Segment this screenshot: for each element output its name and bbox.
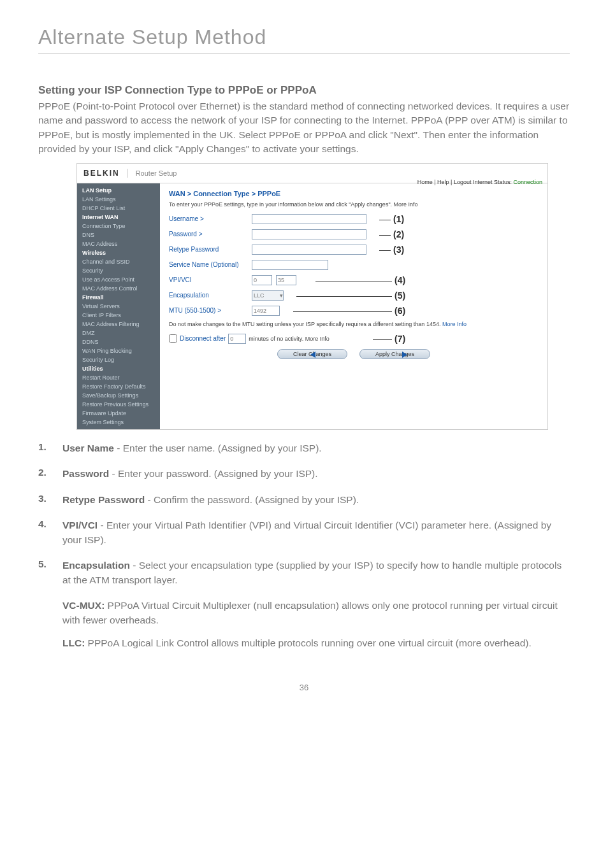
chevron-down-icon: ▾ [280,292,283,299]
mtu-input[interactable]: 1492 [252,306,280,316]
password-label: Password > [169,231,252,238]
more-info-link[interactable]: More Info [442,321,467,327]
sidebar-item[interactable]: Virtual Servers [77,302,160,311]
sidebar-cat-utilities: Utilities [77,364,160,373]
disconnect-label: Disconnect after [180,335,226,342]
title-underline [38,53,570,53]
list-number: 4. [38,518,62,547]
llc-text: PPPoA Logical Link Control allows multip… [85,637,531,648]
list-term: Retype Password [62,494,145,505]
mtu-label: MTU (550-1500) > [169,307,252,314]
vpi-input[interactable]: 0 [252,275,272,285]
sidebar-item[interactable]: Firmware Update [77,409,160,418]
list-number: 3. [38,493,62,507]
llc-term: LLC: [62,637,85,648]
list-text: - Select your encapsulation type (suppli… [62,560,561,585]
sidebar-item[interactable]: WAN Ping Blocking [77,346,160,355]
list-text: - Enter the user name. (Assigned by your… [114,443,322,453]
vpivci-label: VPI/VCI [169,276,252,283]
callout-4: (4) [394,275,405,285]
sidebar-item[interactable]: Save/Backup Settings [77,391,160,400]
arrow-left-icon [310,352,315,358]
sidebar-item[interactable]: Channel and SSID [77,257,160,266]
page-number: 36 [38,683,570,692]
list-text: - Enter your password. (Assigned by your… [109,468,317,479]
service-label: Service Name (Optional) [169,261,252,268]
list-text: - Confirm the password. (Assigned by you… [145,494,359,505]
callout-2: (2) [393,229,404,239]
service-input[interactable] [252,260,328,270]
sidebar-item[interactable]: Client IP Filters [77,311,160,320]
callout-6: (6) [394,306,405,316]
sidebar-item[interactable]: System Settings [77,418,160,427]
sidebar-item[interactable]: Connection Type [77,222,160,231]
settings-note: To enter your PPPoE settings, type in yo… [169,201,539,208]
password-input[interactable] [252,229,366,239]
instruction-list: 1. User Name - Enter the user name. (Ass… [38,441,570,587]
vci-input[interactable]: 35 [276,275,296,285]
sidebar-item[interactable]: DDNS [77,338,160,346]
callout-1: (1) [393,214,404,224]
list-number: 2. [38,467,62,481]
sidebar-item[interactable]: Use as Access Point [77,275,160,284]
sidebar-item[interactable]: DNS [77,231,160,239]
sidebar-cat-firewall: Firewall [77,293,160,302]
sidebar-item[interactable]: DMZ [77,329,160,338]
router-setup-title: Router Setup [128,169,177,177]
vcmux-text: PPPoA Virtual Circuit Multiplexer (null … [62,600,558,625]
disconnect-minutes-input[interactable]: 0 [228,334,246,344]
arrow-right-icon [402,352,407,358]
retype-label: Retype Password [169,246,252,253]
encap-select[interactable]: LLC▾ [252,290,284,301]
sidebar-item[interactable]: Restore Previous Settings [77,400,160,409]
sidebar-item[interactable]: MAC Address Filtering [77,320,160,329]
sidebar-item[interactable]: Restore Factory Defaults [77,382,160,391]
callout-5: (5) [394,290,405,301]
sidebar-item[interactable]: MAC Address [77,239,160,248]
router-main-panel: WAN > Connection Type > PPPoE To enter y… [160,183,547,429]
intro-paragraph: PPPoE (Point-to-Point Protocol over Ethe… [38,99,570,157]
list-term: User Name [62,443,114,453]
list-number: 1. [38,441,62,455]
username-label: Username > [169,215,252,222]
router-setup-screenshot: BELKIN Router Setup Home | Help | Logout… [76,163,548,430]
breadcrumb: WAN > Connection Type > PPPoE [169,190,539,197]
sidebar-cat-wan: Internet WAN [77,213,160,222]
sidebar-item[interactable]: Restart Router [77,373,160,382]
disconnect-checkbox[interactable] [169,334,177,343]
encap-label: Encapsulation [169,292,252,299]
callout-3: (3) [393,245,404,255]
mtu-note: Do not make changes to the MTU setting u… [169,321,539,327]
list-text: - Enter your Virtual Path Identifier (VP… [62,520,551,544]
retype-input[interactable] [252,245,366,255]
vcmux-term: VC-MUX: [62,600,105,611]
callout-7: (7) [394,334,405,344]
list-term: Encapsulation [62,560,130,571]
sidebar-item[interactable]: LAN Settings [77,195,160,204]
disconnect-suffix: minutes of no activity. More Info [249,336,329,342]
page-title: Alternate Setup Method [38,25,570,49]
belkin-logo: BELKIN [83,169,128,178]
sidebar-item[interactable]: DHCP Client List [77,204,160,213]
list-term: VPI/VCI [62,520,98,530]
section-heading: Setting your ISP Connection Type to PPPo… [38,84,570,97]
sidebar-cat-lan: LAN Setup [77,186,160,195]
username-input[interactable] [252,214,366,224]
sidebar-cat-wireless: Wireless [77,248,160,257]
sidebar-item[interactable]: Security [77,266,160,275]
sidebar-item[interactable]: MAC Address Control [77,284,160,293]
router-sidebar: LAN Setup LAN Settings DHCP Client List … [77,183,160,429]
sidebar-item[interactable]: Security Log [77,355,160,364]
list-number: 5. [38,559,62,587]
apply-changes-button[interactable]: Apply Changes [359,349,430,359]
list-term: Password [62,468,109,479]
